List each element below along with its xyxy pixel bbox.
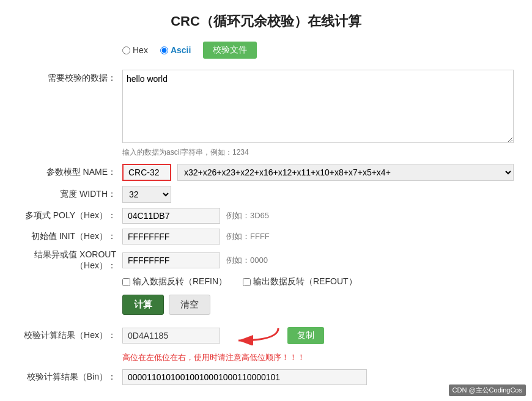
hex-label-text: Hex [133, 45, 148, 55]
name-param-label: 参数模型 NAME： [18, 167, 122, 178]
result-hex-row: 校验计算结果（Hex）： 复制 [18, 323, 514, 347]
result-hex-input[interactable] [122, 328, 220, 344]
hex-radio-label[interactable]: Hex [122, 45, 148, 55]
watermark: CDN @主公CodingCos [449, 384, 526, 396]
refin-label[interactable]: 输入数据反转（REFIN） [122, 276, 227, 287]
page-title: CRC（循环冗余校验）在线计算 [18, 12, 514, 31]
arrow-icon [226, 323, 281, 347]
result-bin-input[interactable] [122, 369, 367, 385]
xorout-example: 例如：0000 [226, 255, 268, 266]
refout-checkbox[interactable] [243, 278, 251, 286]
ascii-radio[interactable] [160, 46, 168, 54]
refin-text: 输入数据反转（REFIN） [133, 276, 227, 287]
name-row: 参数模型 NAME： x32+x26+x23+x22+x16+x12+x11+x… [18, 164, 514, 181]
result-bin-content [122, 369, 514, 385]
format-row: Hex Ascii 校验文件 [18, 42, 514, 64]
data-input-row: 需要校验的数据： hello world 输入的数据为ascii字符串，例如：1… [18, 70, 514, 158]
init-label: 初始值 INIT（Hex）： [18, 231, 122, 242]
poly-content: 例如：3D65 [122, 208, 514, 224]
xorout-row: 结果异或值 XOROUT（Hex）： 例如：0000 [18, 249, 514, 271]
result-hex-area: 复制 [122, 323, 324, 347]
width-row: 宽度 WIDTH： 32 16 8 [18, 186, 514, 203]
init-content: 例如：FFFF [122, 229, 514, 245]
refin-checkbox[interactable] [122, 278, 130, 286]
data-hint: 输入的数据为ascii字符串，例如：1234 [122, 147, 514, 158]
calc-button[interactable]: 计算 [122, 295, 164, 315]
checkbox-row: 输入数据反转（REFIN） 输出数据反转（REFOUT） [122, 276, 514, 287]
refout-label[interactable]: 输出数据反转（REFOUT） [243, 276, 357, 287]
result-hex-label: 校验计算结果（Hex）： [18, 330, 122, 341]
name-input[interactable] [122, 164, 171, 181]
width-select[interactable]: 32 16 8 [122, 186, 171, 203]
page-container: CRC（循环冗余校验）在线计算 Hex Ascii 校验文件 需要校验的数据： … [0, 0, 532, 401]
file-button[interactable]: 校验文件 [203, 42, 257, 59]
format-content: Hex Ascii 校验文件 [122, 42, 514, 64]
name-row-inner: x32+x26+x23+x22+x16+x12+x11+x10+x8+x7+x5… [122, 164, 514, 181]
xorout-input[interactable] [122, 252, 220, 268]
data-input-content: hello world 输入的数据为ascii字符串，例如：1234 [122, 70, 514, 158]
warning-text: 高位在左低位在右，使用时请注意高低位顺序！！！ [122, 352, 514, 363]
width-content: 32 16 8 [122, 186, 514, 203]
init-example: 例如：FFFF [226, 231, 270, 242]
result-bin-label: 校验计算结果（Bin）： [18, 372, 122, 383]
calc-buttons-row: 计算 清空 [122, 295, 514, 315]
format-label [18, 42, 122, 45]
data-textarea[interactable]: hello world [122, 70, 514, 143]
data-input-label: 需要校验的数据： [18, 70, 122, 84]
poly-formula-select[interactable]: x32+x26+x23+x22+x16+x12+x11+x10+x8+x7+x5… [177, 164, 514, 181]
result-bin-row: 校验计算结果（Bin）： [18, 369, 514, 385]
refout-text: 输出数据反转（REFOUT） [253, 276, 357, 287]
init-row: 初始值 INIT（Hex）： 例如：FFFF [18, 229, 514, 245]
poly-example: 例如：3D65 [226, 210, 269, 221]
init-input[interactable] [122, 229, 220, 245]
poly-label: 多项式 POLY（Hex）： [18, 210, 122, 221]
hex-radio[interactable] [122, 46, 130, 54]
clear-button[interactable]: 清空 [169, 295, 210, 315]
arrow-svg [226, 323, 281, 345]
xorout-label: 结果异或值 XOROUT（Hex）： [18, 249, 122, 271]
ascii-radio-label[interactable]: Ascii [160, 45, 191, 55]
poly-row: 多项式 POLY（Hex）： 例如：3D65 [18, 208, 514, 224]
ascii-label-text: Ascii [171, 45, 191, 55]
width-label: 宽度 WIDTH： [18, 189, 122, 200]
xorout-content: 例如：0000 [122, 252, 514, 268]
poly-input[interactable] [122, 208, 220, 224]
copy-button[interactable]: 复制 [287, 327, 324, 344]
